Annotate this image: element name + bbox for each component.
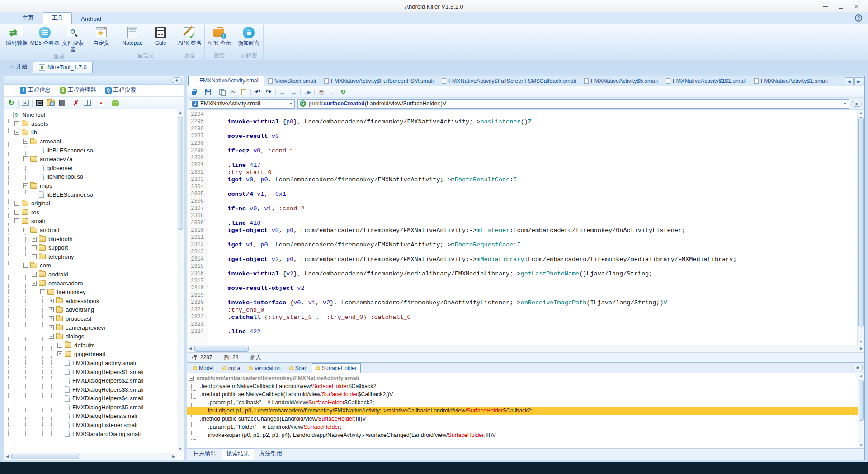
tree-expander[interactable]: − [40,289,45,294]
tree-item[interactable]: −embarcadero [6,279,176,288]
help-icon[interactable]: ? [855,14,862,22]
tree-item[interactable]: +advertising [6,305,176,314]
pin-editor-icon[interactable]: ◉ [852,101,862,107]
tree-item[interactable]: +broadcast [6,314,176,323]
image-button[interactable] [21,99,30,108]
pin-panel-icon[interactable]: ◉ [172,77,182,83]
scroll-down-icon[interactable]: ▼ [858,339,864,345]
paste-button[interactable] [240,88,248,96]
pin-results-icon[interactable]: ◉ [853,365,863,370]
tree-item[interactable]: +android [6,270,176,279]
tree-expander[interactable]: − [49,334,54,339]
result-row[interactable]: .method public surfaceChanged(Landroid/v… [187,415,858,423]
tree-expander[interactable]: + [57,343,62,348]
editor-tab[interactable]: FMXNativeActivity$1$1.smali [662,76,750,86]
code-horizontal-scrollbar[interactable]: ◀ ▶ [187,345,864,352]
tree-expander[interactable]: + [32,245,37,250]
green-refresh-button[interactable]: ↻ [339,88,347,96]
editor-tab[interactable]: FMXNativeActivity$1.smali [750,76,832,86]
tree-item[interactable]: FMXDialogHelpers$4.smali [6,394,176,403]
tree-item[interactable]: −mips [6,181,176,190]
tree-expander[interactable]: + [14,210,19,215]
result-row[interactable]: iput-object p1, p0, Lcom/embarcadero/fir… [187,407,858,415]
refresh-button[interactable]: ↻ [7,99,16,108]
tree-expander[interactable]: + [14,201,19,206]
ribbon-tab-主页[interactable]: 主页 [14,13,42,24]
tree-expander[interactable]: + [32,254,37,259]
tree-item[interactable]: +defaults [6,341,176,350]
forward-button[interactable]: → [289,88,297,96]
tree-item[interactable]: libBLEScanner.so [6,190,176,199]
tree-item[interactable]: FMXDialogHelpers$2.smali [6,376,176,385]
tree-item[interactable]: FMXDialogFactory.smali [6,359,176,368]
ribbon-button-apk-sign[interactable]: ✓APK 签名 [177,25,203,47]
search-tab-Model[interactable]: Model [189,363,218,373]
tree-item[interactable]: −dialogs [6,332,176,341]
scroll-down-icon[interactable]: ▼ [858,442,864,448]
ribbon-button-apk-shell[interactable]: iAPK 查壳 [206,25,232,47]
delete-button[interactable]: ✗ [71,99,80,108]
ribbon-button-md5-viewer[interactable]: MD5 查看器 [30,25,60,47]
tree-item[interactable]: −com [6,261,176,270]
tree-item[interactable]: −smali [6,217,176,226]
scroll-down-icon[interactable]: ▼ [177,446,184,452]
scroll-left-icon[interactable]: ◀ [4,453,10,460]
panel-tab-工程管理器[interactable]: ā工程管理器 [56,85,100,96]
tree-item[interactable]: libNineTool.so [6,172,176,181]
result-row[interactable]: .param p1, "callback" # Landroid/view/Su… [187,398,858,407]
tree-item[interactable]: +telephony [6,252,176,261]
tree-expander[interactable]: − [23,156,28,161]
tree-item[interactable]: FMXDialogHelpers.smali [6,412,176,421]
scroll-up-icon[interactable]: ▲ [858,110,864,116]
panel-tab-工程信息[interactable]: i工程信息 [16,85,55,96]
tree-item[interactable]: +res [6,208,176,217]
tree-item[interactable]: +support [6,243,176,252]
ribbon-button-file-search[interactable]: 文件搜索器 [60,25,86,53]
tree-item[interactable]: gdbserver [6,164,176,173]
tree-item[interactable]: −armeabi [6,137,176,146]
doc-a-button[interactable]: A [97,99,106,108]
save-button[interactable] [204,88,212,96]
folder-search-button[interactable] [46,99,55,108]
ribbon-tab-工具[interactable]: 工具 [43,12,72,24]
ribbon-button-notepad[interactable]: Notepad [118,25,147,47]
book-button[interactable] [57,99,66,108]
split-button[interactable] [83,99,92,108]
output-tab-搜索结果[interactable]: 搜索结果 [222,448,254,460]
result-file-header[interactable]: −smali\com\embarcadero\firemonkey\FMXNat… [187,374,858,382]
collapse-icon[interactable]: − [189,376,194,381]
scroll-right-icon[interactable]: ▶ [170,453,177,460]
result-row[interactable]: .param p1, "holder" # Landroid/view/Surf… [187,423,858,431]
tree-item[interactable]: libBLEScanner.so [6,146,176,155]
scroll-right-icon[interactable]: ▶ [858,345,864,352]
tree-item[interactable]: FMXStandardDialog.smali [6,429,176,438]
tree-expander[interactable]: − [23,183,28,188]
tree-item[interactable]: −lib [6,128,176,137]
tree-vscroll-thumb[interactable] [178,117,183,230]
tree-expander[interactable]: + [32,237,37,242]
method-selector-dropdown[interactable]: G public surfaceCreated (Landroid/view/S… [297,99,849,109]
tree-expander[interactable]: + [32,272,37,277]
close-button[interactable]: × [849,2,863,11]
output-tab-日志输出[interactable]: 日志输出 [189,449,221,460]
search-tab-Scan[interactable]: Scan [285,363,311,373]
editor-tab[interactable]: FMXNativeActivity$5.smali [580,76,662,86]
tree-item[interactable]: +assets [6,119,176,128]
tree-expander[interactable]: − [23,263,28,268]
file-selector-dropdown[interactable]: J FMXNativeActivity.smali ▼ [190,99,295,109]
code-vertical-scrollbar[interactable]: ▲ ▼ [857,110,864,345]
editor-tab[interactable]: ViewStack.smali [264,76,320,86]
results-vscroll-thumb[interactable] [859,380,864,421]
scroll-left-icon[interactable]: ◀ [187,345,193,352]
lock-button[interactable] [190,88,198,96]
cut-button[interactable]: ✂ [229,88,237,96]
tree-expander[interactable]: − [23,228,28,232]
tree-expander[interactable]: + [49,325,54,330]
search-tab-not a[interactable]: not a [218,363,245,373]
tree-horizontal-scrollbar[interactable]: ◀ ▶ [4,453,177,460]
monitor-button[interactable] [35,99,44,108]
result-row[interactable]: .field private mNativeCallback:Landroid/… [187,382,858,390]
panel-tab-工程搜索[interactable]: Q工程搜索 [101,85,140,96]
tree-item[interactable]: −android [6,226,176,235]
tree-expander[interactable]: − [23,139,28,144]
